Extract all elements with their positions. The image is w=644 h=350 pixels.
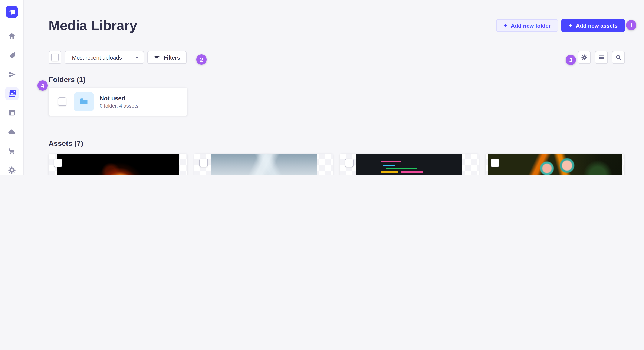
search-icon [615,54,622,61]
asset-card[interactable]: this-shrimp-is-awesome JPEG - 1200X630 I… [486,154,624,175]
folder-card[interactable]: Not used 0 folder, 4 assets [48,88,188,116]
plus-icon: + [568,22,572,28]
asset-checkbox[interactable] [491,159,499,167]
tour-badge-2[interactable]: 2 [196,54,206,65]
shrimp-thumbnail [488,154,622,175]
sidebar-item-content-type-builder[interactable] [5,106,18,120]
strapi-media-library: KD Media Library + Add new folder + Add … [0,0,644,175]
folder-meta: 0 folder, 4 assets [100,103,138,109]
sidebar: KD [0,0,24,175]
checkbox[interactable] [51,54,59,61]
sidebar-item-home[interactable] [5,29,18,43]
folders-heading: Folders (1) [48,75,625,85]
cloud-icon [8,128,16,136]
sort-select[interactable]: Most recent uploads [65,51,144,64]
plus-icon: + [504,22,508,28]
sidebar-item-deploy[interactable] [5,125,18,139]
page-header: Media Library + Add new folder + Add new… [48,17,625,34]
section-divider [48,128,625,128]
asset-checkbox[interactable] [54,159,62,167]
layout-icon [8,108,16,117]
asset-checkbox[interactable] [345,159,354,167]
folder-icon [79,97,88,106]
sidebar-item-settings[interactable] [5,163,18,175]
add-new-folder-button[interactable]: + Add new folder [496,19,558,32]
folder-tile [74,92,94,111]
asset-thumbnail-area [48,154,188,175]
add-new-assets-label: Add new assets [576,22,618,29]
asset-card[interactable]: what-s-inside-a-black-hole JPEG - 800X46… [48,154,188,175]
gear-icon [8,166,16,174]
gear-icon [581,54,588,61]
add-new-assets-button[interactable]: + Add new assets [561,19,625,32]
filters-button[interactable]: Filters [147,51,186,64]
chevron-down-icon [135,56,138,58]
select-all-checkbox[interactable] [48,51,61,64]
page-title: Media Library [48,17,137,34]
sidebar-item-media-library[interactable] [5,87,18,100]
search-button[interactable] [612,51,625,64]
filter-icon [154,54,160,61]
folder-name: Not used [100,95,138,101]
folder-text: Not used 0 folder, 4 assets [100,95,138,109]
folder-checkbox[interactable] [58,97,66,106]
sidebar-item-releases[interactable] [5,68,18,81]
sidebar-nav [0,24,24,175]
paper-plane-icon [8,70,16,79]
strapi-logo[interactable] [6,6,18,18]
list-view-button[interactable] [595,51,608,64]
logo-box [0,0,24,24]
asset-checkbox[interactable] [199,159,208,167]
grid-settings-button[interactable] [578,51,591,64]
toolbar-right [578,51,625,64]
list-icon [598,54,605,61]
tour-badge-3[interactable]: 3 [566,55,576,65]
sort-select-value: Most recent uploads [72,54,122,61]
tour-badge-4[interactable]: 4 [38,80,48,91]
tour-badge-1[interactable]: 1 [626,20,636,30]
toolbar: Most recent uploads Filters [48,51,625,64]
asset-thumbnail-area [486,154,624,175]
beautiful-picture-thumbnail [210,154,317,175]
asset-thumbnail-area [340,154,479,175]
media-library-icon [7,89,16,98]
feather-icon [8,51,16,59]
black-hole-thumbnail [57,154,179,175]
add-new-folder-label: Add new folder [511,22,551,29]
header-actions: + Add new folder + Add new assets [496,19,625,32]
assets-heading: Assets (7) [48,139,625,149]
cart-icon [8,147,16,155]
home-icon [8,32,16,40]
asset-thumbnail-area [194,154,333,175]
bug-meme-thumbnail [356,154,462,175]
sidebar-item-marketplace[interactable] [5,144,18,158]
asset-card[interactable]: beautiful-picture JPEG - 3824X2548 IMAGE [194,154,333,175]
media-library-main: Media Library + Add new folder + Add new… [24,0,644,175]
sidebar-item-content-manager[interactable] [5,48,18,62]
asset-card[interactable]: a-bug-is-becoming-a-meme-on-the-internet… [340,154,479,175]
assets-grid: what-s-inside-a-black-hole JPEG - 800X46… [48,154,625,175]
filters-label: Filters [164,54,180,61]
